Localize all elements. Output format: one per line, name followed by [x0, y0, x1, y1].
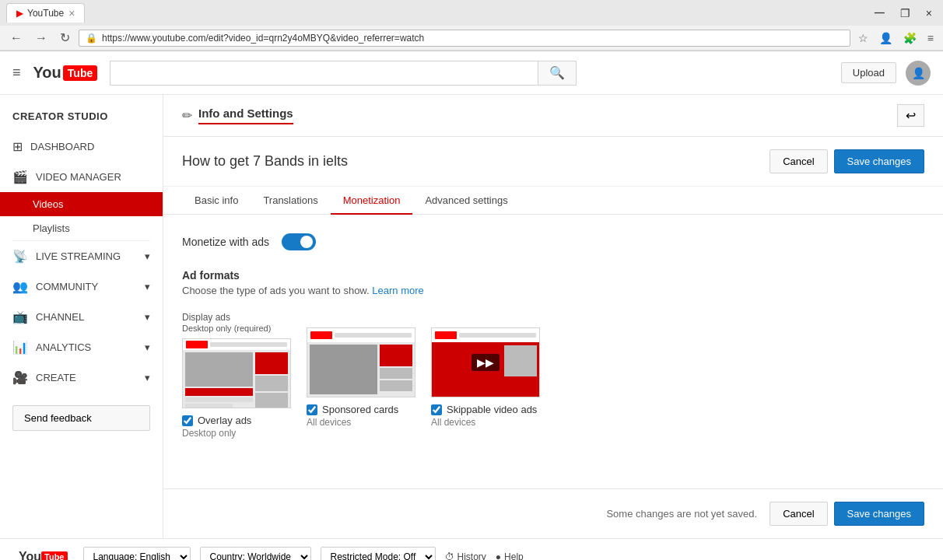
tab-basic-info[interactable]: Basic info	[182, 187, 251, 214]
window-minimize-icon[interactable]: ─	[870, 5, 889, 21]
live-streaming-chevron-icon: ▾	[145, 250, 150, 262]
avatar[interactable]: 👤	[906, 61, 931, 86]
save-changes-top-button[interactable]: Save changes	[834, 149, 924, 173]
sidebar-sub-item-playlists[interactable]: Playlists	[0, 216, 163, 240]
sidebar-item-create[interactable]: 🎥 CREATE ▾	[0, 362, 163, 393]
overlay-ads-checkbox[interactable]	[182, 415, 193, 426]
sidebar-sub-item-videos[interactable]: Videos	[0, 192, 163, 216]
language-select[interactable]: Language: English	[83, 547, 191, 560]
window-close-icon[interactable]: ×	[921, 7, 937, 19]
community-chevron-icon: ▾	[145, 281, 150, 292]
browser-menu-icon[interactable]: ≡	[924, 30, 937, 46]
sponsored-side1	[380, 368, 412, 379]
thumb-main	[183, 350, 290, 408]
tab-translations[interactable]: Translations	[251, 187, 330, 214]
history-link[interactable]: ⏱ History	[445, 551, 486, 560]
header-back-button[interactable]: ↩	[897, 104, 924, 127]
skippable-thumbnail: ▶▶	[431, 327, 540, 397]
sponsored-cards-checkbox-row: Sponsored cards	[307, 404, 398, 415]
youtube-logo[interactable]: YouTube	[33, 64, 98, 82]
sponsored-thumb-top	[307, 328, 415, 342]
sidebar-item-video-manager[interactable]: 🎬 VIDEO MANAGER	[0, 162, 163, 192]
skippable-side	[504, 345, 537, 376]
not-saved-text: Some changes are not yet saved.	[606, 508, 757, 520]
tab-monetization[interactable]: Monetization	[331, 187, 413, 214]
address-bar[interactable]: 🔒	[79, 30, 850, 47]
thumb-side-ad1	[255, 352, 288, 374]
browser-toolbar: ← → ↻ 🔒 ☆ 👤 🧩 ≡	[0, 26, 943, 51]
pencil-icon: ✏	[182, 108, 192, 123]
country-select[interactable]: Country: Worldwide	[200, 547, 311, 560]
create-label: CREATE	[36, 372, 137, 383]
sidebar: CREATOR STUDIO ⊞ DASHBOARD 🎬 VIDEO MANAG…	[0, 95, 163, 538]
live-streaming-label: LIVE STREAMING	[36, 250, 137, 262]
tab-advanced-settings[interactable]: Advanced settings	[412, 187, 520, 214]
skippable-main: ▶▶	[432, 342, 539, 397]
sponsored-cards-checkbox[interactable]	[307, 404, 317, 415]
tabs: Basic info Translations Monetization Adv…	[163, 187, 943, 215]
display-ads-thumbnail	[182, 338, 291, 408]
overlay-ads-device: Desktop only	[182, 428, 236, 439]
dashboard-icon: ⊞	[12, 139, 23, 154]
header-right: Upload 👤	[841, 61, 931, 86]
browser-chrome: ▶ YouTube × ─ ❐ × ← → ↻ 🔒 ☆ 👤 🧩 ≡	[0, 0, 943, 51]
window-restore-icon[interactable]: ❐	[896, 7, 915, 19]
extensions-icon[interactable]: 🧩	[900, 30, 920, 46]
ad-formats-desc: Choose the type of ads you want to show.…	[182, 285, 924, 296]
learn-more-link[interactable]: Learn more	[372, 285, 423, 296]
footer-controls: Language: English Country: Worldwide Res…	[83, 547, 524, 560]
footer-logo: YouTube	[19, 550, 68, 560]
search-button[interactable]: 🔍	[538, 61, 577, 86]
search-area: 🔍	[110, 61, 577, 86]
bookmark-star-icon[interactable]: ☆	[855, 30, 871, 46]
monetize-label: Monetize with ads	[182, 236, 269, 248]
hamburger-menu-icon[interactable]: ≡	[12, 65, 21, 81]
back-button[interactable]: ←	[6, 30, 26, 47]
browser-tab[interactable]: ▶ YouTube ×	[6, 3, 85, 23]
sponsored-main	[307, 342, 415, 397]
channel-label: CHANNEL	[36, 311, 137, 323]
sidebar-item-dashboard[interactable]: ⊞ DASHBOARD	[0, 131, 163, 162]
logo-text-before: You	[33, 64, 61, 82]
help-link[interactable]: ● Help	[496, 551, 524, 560]
footer-logo-box: Tube	[41, 551, 67, 560]
tab-content-monetization: Monetize with ads Ad formats Choose the …	[163, 215, 943, 488]
thumb-side-img1	[255, 376, 288, 391]
content-area: ✏ Info and Settings ↩ How to get 7 Bands…	[163, 95, 943, 538]
skippable-video-ads-checkbox[interactable]	[431, 404, 442, 415]
thumb-side-img2	[255, 393, 288, 408]
overlay-ads-label: Overlay ads	[198, 415, 251, 426]
ad-card-sponsored: placeholder	[307, 312, 415, 439]
search-input[interactable]	[110, 61, 538, 86]
cancel-bottom-button[interactable]: Cancel	[769, 502, 827, 526]
cancel-top-button[interactable]: Cancel	[769, 149, 827, 173]
sidebar-item-community[interactable]: 👥 COMMUNITY ▾	[0, 271, 163, 302]
forward-button[interactable]: →	[31, 30, 51, 47]
sidebar-item-live-streaming[interactable]: 📡 LIVE STREAMING ▾	[0, 241, 163, 271]
analytics-chevron-icon: ▾	[145, 341, 150, 353]
analytics-icon: 📊	[12, 340, 28, 355]
video-manager-label: VIDEO MANAGER	[36, 171, 150, 183]
sponsored-video	[310, 345, 377, 394]
save-changes-bottom-button[interactable]: Save changes	[834, 502, 924, 526]
url-input[interactable]	[102, 33, 843, 44]
tab-title: YouTube	[27, 8, 64, 19]
sidebar-item-channel[interactable]: 📺 CHANNEL ▾	[0, 302, 163, 332]
youtube-footer: YouTube Language: English Country: World…	[0, 538, 943, 560]
send-feedback-button[interactable]: Send feedback	[12, 405, 150, 431]
refresh-button[interactable]: ↻	[56, 29, 74, 47]
restricted-mode-select[interactable]: Restricted Mode: Off	[321, 547, 436, 560]
thumb-main-video	[185, 352, 253, 387]
ad-formats-title: Ad formats	[182, 269, 924, 282]
skippable-logo	[435, 331, 457, 339]
user-icon[interactable]: 👤	[876, 30, 896, 46]
youtube-header: ≡ YouTube 🔍 Upload 👤	[0, 51, 943, 95]
sponsored-logo	[310, 331, 332, 339]
tab-close-icon[interactable]: ×	[68, 7, 75, 19]
skippable-video-ads-label: Skippable video ads	[447, 404, 537, 415]
upload-button[interactable]: Upload	[841, 62, 896, 83]
monetize-toggle[interactable]	[282, 233, 316, 250]
channel-chevron-icon: ▾	[145, 311, 150, 323]
sidebar-item-analytics[interactable]: 📊 ANALYTICS ▾	[0, 332, 163, 362]
ad-card-display: Display ads Desktop only (required)	[182, 312, 291, 439]
